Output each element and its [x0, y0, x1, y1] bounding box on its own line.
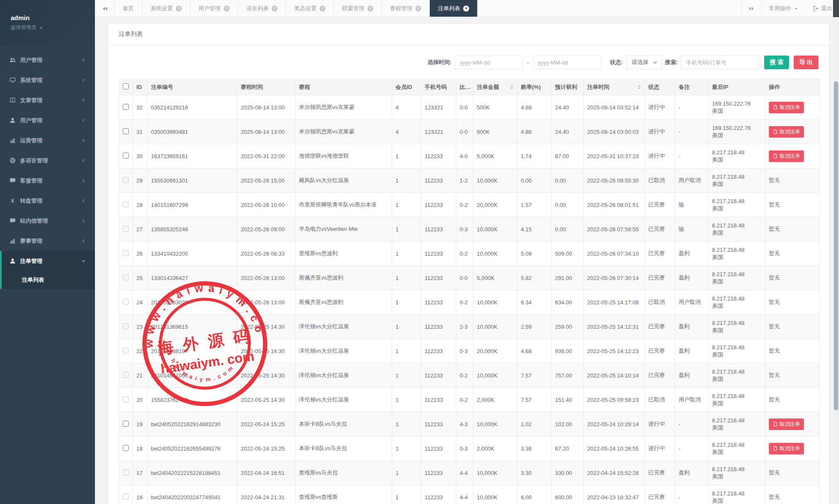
row-checkbox[interactable]: [123, 153, 129, 159]
cell-order_time: 2022-05-31 10:37:23: [584, 144, 645, 168]
tab-label: 用户管理: [198, 5, 221, 12]
sidebar-item-label: 站内信管理: [20, 217, 81, 225]
cell-match: 米尔顿凯恩斯vs克莱蒙: [295, 120, 392, 144]
cell-member_id: 1: [392, 144, 421, 168]
row-checkbox[interactable]: [123, 445, 129, 451]
ip-country: 美国: [712, 156, 762, 163]
close-icon[interactable]: ×: [319, 6, 325, 12]
column-header-order_time[interactable]: 注单时间: [584, 79, 645, 95]
cell-check: [119, 242, 133, 266]
tab-label: 系统设置: [151, 5, 173, 12]
cell-ip: 8.217.218.48美国: [709, 193, 765, 217]
cell-check: [119, 461, 133, 485]
sidebar-item-客服管理[interactable]: 客服管理: [0, 171, 95, 191]
sidebar-item-文章管理[interactable]: 文章管理: [0, 90, 95, 110]
sort-icon[interactable]: [510, 85, 514, 89]
ip-country: 美国: [712, 107, 762, 115]
row-checkbox[interactable]: [123, 421, 129, 427]
tab-label: 赛程管理: [390, 5, 412, 12]
tab-用户管理[interactable]: 用户管理×: [190, 0, 238, 17]
export-button[interactable]: 导 出: [794, 56, 818, 69]
cell-ip: 8.217.218.48美国: [709, 461, 765, 485]
cancel-order-button[interactable]: 取消注单: [769, 126, 804, 138]
cell-odds: 6.00: [517, 485, 552, 504]
no-action-label: 暂无: [769, 250, 780, 256]
cell-check: [119, 144, 133, 168]
date-to-input[interactable]: [533, 56, 601, 69]
doc-icon: [773, 105, 778, 110]
table-row: 310350039934812025-08-14 13:00米尔顿凯恩斯vs克莱…: [119, 120, 820, 144]
cell-order_time: 2022-05-25 14:12:31: [584, 315, 645, 339]
cell-order_no: bet24052022162655499276: [148, 436, 237, 461]
table-row: 17bet240420222152281884512022-04-24 16:5…: [119, 461, 820, 485]
sidebar-item-注单管理[interactable]: 注单管理: [2, 251, 95, 271]
search-input[interactable]: [681, 56, 759, 69]
cell-match_time: 2022-05-24 15:25: [237, 412, 295, 436]
doc-icon: [773, 129, 778, 134]
ip-country: 美国: [712, 375, 762, 383]
close-icon[interactable]: ×: [272, 6, 278, 12]
tab-奖品设置[interactable]: 奖品设置×: [286, 0, 334, 17]
sidebar-subitem-注单列表[interactable]: 注单列表: [2, 271, 95, 289]
cancel-order-button[interactable]: 取消注单: [769, 419, 804, 430]
row-checkbox[interactable]: [123, 104, 129, 110]
cell-id: 22: [133, 339, 148, 363]
select-all-checkbox[interactable]: [123, 83, 129, 89]
cell-check: [119, 168, 133, 193]
tab-系统设置[interactable]: 系统设置×: [142, 0, 190, 17]
cell-member_id: 1: [392, 363, 421, 388]
sidebar-item-运营管理[interactable]: 运营管理: [0, 130, 95, 150]
tab-注单列表[interactable]: 注单列表×: [430, 0, 477, 17]
orders-panel: 注单列表 选择时间: - 状态: 请选择 搜索: 搜 索 导 出 ID注单编号赛…: [108, 24, 830, 504]
sidebar: admin 超级管理员 用户管理系统管理文章管理用户管理运营管理多语言管理客服管…: [0, 0, 95, 504]
cell-id: 19: [133, 412, 148, 436]
sidebar-item-赛事管理[interactable]: 赛事管理: [0, 231, 95, 251]
table-row: 232012313696152022-05-25 14:30泽伦顿vs大分红温泉…: [119, 315, 820, 339]
sidebar-section-4: 运营管理: [0, 130, 95, 150]
column-header-profit: 预计获利: [552, 79, 584, 95]
tab-语言列表[interactable]: 语言列表×: [238, 0, 286, 17]
search-button[interactable]: 搜 索: [764, 56, 789, 69]
sidebar-item-多语言管理[interactable]: 多语言管理: [0, 150, 95, 171]
chart-icon: [9, 137, 16, 144]
sidebar-item-用户管理[interactable]: 用户管理: [0, 110, 95, 130]
tab-赛程管理[interactable]: 赛程管理×: [382, 0, 430, 17]
sidebar-section-8: 站内信管理: [0, 211, 95, 231]
close-icon[interactable]: ×: [367, 6, 373, 12]
cell-action: 暂无: [765, 266, 820, 290]
cancel-order-button[interactable]: 取消注单: [769, 443, 804, 454]
sidebar-item-转盘管理[interactable]: ¥转盘管理: [0, 191, 95, 211]
close-icon[interactable]: ×: [176, 6, 182, 12]
user-role-dropdown[interactable]: 超级管理员: [11, 24, 84, 31]
cancel-order-button[interactable]: 取消注单: [769, 150, 804, 162]
caret-down-icon: [38, 25, 44, 30]
row-checkbox[interactable]: [123, 128, 129, 134]
cell-id: 29: [133, 168, 148, 193]
cancel-order-button[interactable]: 取消注单: [769, 102, 804, 113]
sidebar-item-用户管理[interactable]: 用户管理: [0, 50, 95, 70]
column-header-check: [119, 79, 133, 95]
cell-status: 进行中: [645, 95, 675, 120]
sidebar-item-系统管理[interactable]: 系统管理: [0, 70, 95, 90]
close-icon[interactable]: ×: [415, 6, 421, 12]
scrollbar-thumb[interactable]: [834, 81, 838, 410]
table-row: 19bet240520221629148832302022-05-24 15:2…: [119, 412, 820, 436]
status-select[interactable]: 请选择: [626, 56, 662, 69]
tab-联盟管理[interactable]: 联盟管理×: [334, 0, 382, 17]
column-header-amount[interactable]: 注单金额: [473, 79, 517, 95]
common-actions-dropdown[interactable]: 常用操作: [762, 0, 806, 17]
cell-member_id: 1: [392, 315, 421, 339]
cell-action: 暂无: [765, 339, 820, 363]
cell-profit: 0.00: [552, 217, 584, 242]
tabs-forward-button[interactable]: [742, 0, 762, 17]
close-icon[interactable]: ×: [224, 6, 230, 12]
sidebar-item-站内信管理[interactable]: 站内信管理: [0, 211, 95, 231]
sidebar-collapse-button[interactable]: [95, 0, 115, 17]
cell-phone: 112233: [421, 388, 456, 412]
cell-remark: 输: [675, 217, 709, 242]
sort-icon[interactable]: [638, 85, 641, 89]
close-icon[interactable]: ×: [463, 6, 469, 12]
cell-remark: 用户取消: [675, 388, 709, 412]
tab-首页[interactable]: 首页: [115, 0, 142, 17]
date-from-input[interactable]: [455, 56, 523, 69]
